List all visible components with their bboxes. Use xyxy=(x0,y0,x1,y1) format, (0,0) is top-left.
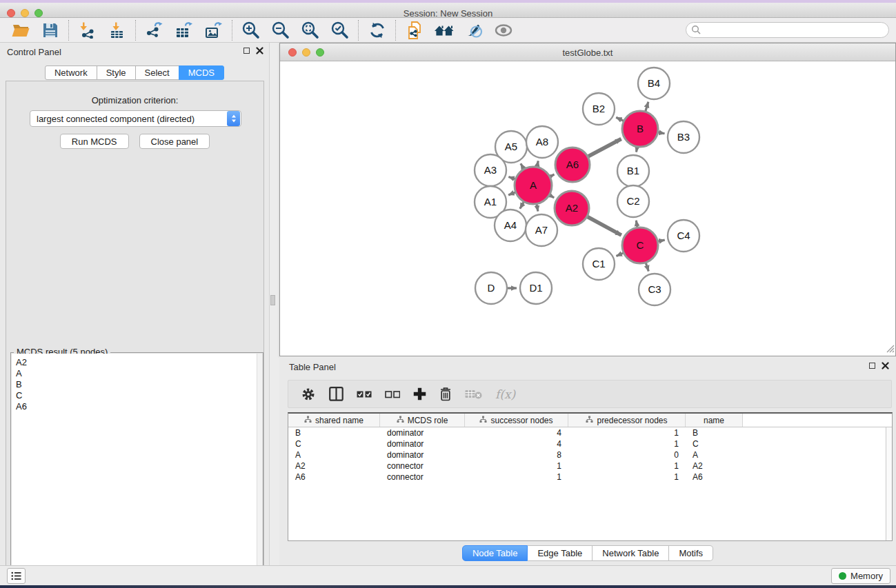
table-cell[interactable]: A6 xyxy=(686,472,743,482)
graph-node-D1[interactable] xyxy=(520,272,552,304)
table-cell[interactable]: B xyxy=(686,428,743,438)
tab-node-table[interactable]: Node Table xyxy=(462,545,528,561)
refresh-icon[interactable] xyxy=(362,19,392,42)
table-cell[interactable]: dominator xyxy=(380,439,465,449)
graph-node-B3[interactable] xyxy=(668,121,699,153)
result-item[interactable]: B xyxy=(16,379,257,390)
column-header-MCDS-role[interactable]: MCDS role xyxy=(380,414,465,427)
table-cell[interactable]: 1 xyxy=(465,461,568,471)
table-scrollbar[interactable] xyxy=(886,427,892,540)
column-header-shared-name[interactable]: shared name xyxy=(288,414,380,427)
tab-mcds[interactable]: MCDS xyxy=(179,65,224,80)
export-image-icon[interactable] xyxy=(199,19,228,42)
graph-node-C4[interactable] xyxy=(668,220,699,252)
task-history-button[interactable] xyxy=(7,568,26,584)
zoom-selected-icon[interactable] xyxy=(325,19,355,42)
table-cell[interactable]: B xyxy=(288,428,380,438)
graph-node-C1[interactable] xyxy=(583,248,615,280)
graph-node-B4[interactable] xyxy=(638,68,670,99)
table-cell[interactable]: 1 xyxy=(568,472,686,482)
table-cell[interactable]: 1 xyxy=(568,439,686,449)
result-item[interactable]: A2 xyxy=(16,357,257,368)
network-graph[interactable]: B4B2BB3B1A5A8A6A3AA1C2A4A7A2C4CC1C3DD1 xyxy=(280,61,895,356)
search-input[interactable] xyxy=(686,22,889,38)
graph-node-A6[interactable] xyxy=(555,148,590,182)
table-row[interactable]: Bdominator41B xyxy=(288,427,886,438)
table-cell[interactable]: 1 xyxy=(568,461,686,471)
memory-button[interactable]: Memory xyxy=(831,568,890,584)
result-item[interactable]: A xyxy=(16,368,257,379)
zoom-fit-icon[interactable] xyxy=(295,19,325,42)
criterion-dropdown[interactable]: largest connected component (directed) xyxy=(30,110,241,127)
select-all-icon[interactable] xyxy=(357,389,372,399)
resize-grip-icon[interactable] xyxy=(886,344,895,355)
graph-node-A8[interactable] xyxy=(526,126,558,158)
table-row[interactable]: A2connector11A2 xyxy=(288,460,886,472)
table-cell[interactable]: 4 xyxy=(465,439,568,449)
graph-node-B1[interactable] xyxy=(617,155,649,187)
export-table-icon[interactable] xyxy=(169,19,199,42)
result-item[interactable]: C xyxy=(16,390,257,401)
table-cell[interactable]: dominator xyxy=(380,428,465,438)
tab-select[interactable]: Select xyxy=(135,65,179,80)
table-cell[interactable]: 1 xyxy=(465,472,568,482)
table-cell[interactable]: 1 xyxy=(568,428,686,438)
table-cell[interactable]: C xyxy=(686,439,743,449)
graph-node-B[interactable] xyxy=(622,111,658,147)
result-scrollbar[interactable] xyxy=(257,354,262,588)
tab-network[interactable]: Network xyxy=(45,65,97,80)
graph-node-A2[interactable] xyxy=(555,191,589,225)
hide-style-icon[interactable] xyxy=(459,19,488,42)
graph-node-A4[interactable] xyxy=(495,210,526,241)
column-view-icon[interactable] xyxy=(329,387,344,401)
table-cell[interactable]: C xyxy=(288,439,380,449)
tab-motifs[interactable]: Motifs xyxy=(669,545,713,561)
graph-node-C[interactable] xyxy=(622,227,658,263)
export-network-icon[interactable] xyxy=(139,19,169,42)
table-cell[interactable]: 4 xyxy=(465,428,568,438)
table-cell[interactable]: dominator xyxy=(380,450,465,460)
graph-node-D[interactable] xyxy=(475,272,507,304)
splitter-handle[interactable] xyxy=(270,295,275,305)
table-cell[interactable]: connector xyxy=(380,472,465,482)
close-panel-button[interactable]: Close panel xyxy=(139,134,210,149)
table-cell[interactable]: A xyxy=(686,450,743,460)
float-table-panel-icon[interactable] xyxy=(869,363,875,369)
table-row[interactable]: Cdominator41C xyxy=(288,438,886,449)
float-panel-icon[interactable] xyxy=(243,48,250,54)
tab-edge-table[interactable]: Edge Table xyxy=(528,545,593,561)
run-mcds-button[interactable]: Run MCDS xyxy=(60,134,129,149)
close-table-panel-icon[interactable] xyxy=(882,362,889,369)
table-cell[interactable]: A2 xyxy=(288,461,380,471)
table-cell[interactable]: A2 xyxy=(686,461,743,471)
home-icon[interactable] xyxy=(429,19,459,42)
zoom-out-icon[interactable] xyxy=(266,19,295,42)
graph-node-A[interactable] xyxy=(515,167,552,204)
table-cell[interactable]: A xyxy=(288,450,380,460)
column-header-predecessor-nodes[interactable]: predecessor nodes xyxy=(568,414,686,427)
deselect-all-icon[interactable] xyxy=(385,389,400,399)
table-row[interactable]: Adominator80A xyxy=(288,449,886,460)
open-folder-icon[interactable] xyxy=(6,19,35,42)
table-cell[interactable]: 0 xyxy=(568,450,686,460)
column-header-name[interactable]: name xyxy=(686,414,743,427)
add-column-icon[interactable] xyxy=(413,387,426,401)
graph-node-C3[interactable] xyxy=(639,274,670,305)
save-icon[interactable] xyxy=(35,19,65,42)
gear-icon[interactable] xyxy=(301,387,316,402)
import-table-icon[interactable] xyxy=(102,19,132,42)
eye-icon[interactable] xyxy=(488,19,518,42)
network-canvas[interactable]: B4B2BB3B1A5A8A6A3AA1C2A4A7A2C4CC1C3DD1 xyxy=(280,61,895,356)
graph-node-C2[interactable] xyxy=(617,185,649,217)
function-builder-icon[interactable]: f(x) xyxy=(495,387,515,401)
graph-node-A7[interactable] xyxy=(526,214,557,246)
delete-column-icon[interactable] xyxy=(439,387,452,401)
duplicate-network-icon[interactable] xyxy=(399,19,429,42)
column-header-successor-nodes[interactable]: successor nodes xyxy=(465,414,568,427)
graph-node-A3[interactable] xyxy=(475,154,506,186)
zoom-in-icon[interactable] xyxy=(236,19,266,42)
graph-node-B2[interactable] xyxy=(583,93,615,125)
table-cell[interactable]: connector xyxy=(380,461,465,471)
close-panel-icon[interactable] xyxy=(256,47,263,54)
result-item[interactable]: A6 xyxy=(16,401,257,412)
